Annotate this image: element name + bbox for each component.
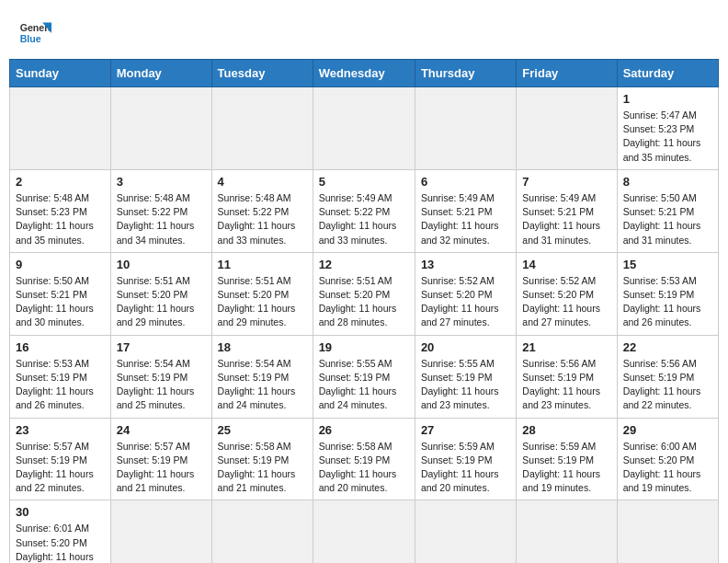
day-info: Sunrise: 5:52 AMSunset: 5:20 PMDaylight:…	[421, 274, 510, 330]
calendar-table: SundayMondayTuesdayWednesdayThursdayFrid…	[9, 59, 719, 563]
calendar-cell	[517, 500, 617, 563]
day-info: Sunrise: 5:49 AMSunset: 5:22 PMDaylight:…	[319, 191, 409, 247]
day-info: Sunrise: 5:48 AMSunset: 5:22 PMDaylight:…	[218, 191, 307, 247]
calendar-cell: 22Sunrise: 5:56 AMSunset: 5:19 PMDayligh…	[617, 335, 718, 418]
calendar-cell	[10, 87, 111, 170]
day-number: 12	[319, 258, 409, 271]
day-info: Sunrise: 5:54 AMSunset: 5:19 PMDaylight:…	[117, 357, 206, 413]
weekday-wednesday: Wednesday	[313, 60, 415, 87]
day-number: 7	[522, 175, 610, 189]
day-number: 1	[623, 92, 712, 106]
day-number: 14	[522, 258, 610, 271]
day-info: Sunrise: 5:51 AMSunset: 5:20 PMDaylight:…	[117, 274, 206, 330]
calendar-cell	[211, 87, 313, 170]
day-number: 22	[623, 340, 712, 354]
day-info: Sunrise: 5:55 AMSunset: 5:19 PMDaylight:…	[319, 357, 409, 413]
calendar-cell: 21Sunrise: 5:56 AMSunset: 5:19 PMDayligh…	[517, 335, 617, 418]
calendar-cell: 16Sunrise: 5:53 AMSunset: 5:19 PMDayligh…	[10, 335, 111, 418]
calendar-cell	[415, 87, 516, 170]
weekday-friday: Friday	[517, 60, 617, 87]
calendar-cell: 11Sunrise: 5:51 AMSunset: 5:20 PMDayligh…	[211, 252, 313, 335]
weekday-header-row: SundayMondayTuesdayWednesdayThursdayFrid…	[10, 60, 719, 87]
svg-text:Blue: Blue	[20, 33, 41, 44]
day-number: 19	[319, 340, 409, 354]
calendar-cell	[313, 87, 415, 170]
day-info: Sunrise: 5:51 AMSunset: 5:20 PMDaylight:…	[319, 274, 409, 330]
day-info: Sunrise: 5:50 AMSunset: 5:21 PMDaylight:…	[16, 274, 105, 330]
calendar-cell: 29Sunrise: 6:00 AMSunset: 5:20 PMDayligh…	[617, 418, 718, 500]
day-info: Sunrise: 5:51 AMSunset: 5:20 PMDaylight:…	[218, 274, 307, 330]
calendar-cell: 5Sunrise: 5:49 AMSunset: 5:22 PMDaylight…	[313, 169, 415, 252]
day-info: Sunrise: 5:54 AMSunset: 5:19 PMDaylight:…	[218, 357, 307, 413]
day-number: 23	[16, 423, 105, 437]
day-info: Sunrise: 5:49 AMSunset: 5:21 PMDaylight:…	[522, 191, 610, 247]
day-number: 6	[421, 175, 510, 189]
calendar-cell: 26Sunrise: 5:58 AMSunset: 5:19 PMDayligh…	[313, 418, 415, 500]
day-number: 16	[16, 340, 105, 354]
day-number: 13	[421, 258, 510, 271]
day-number: 3	[117, 175, 206, 189]
day-info: Sunrise: 5:50 AMSunset: 5:21 PMDaylight:…	[623, 191, 712, 247]
day-info: Sunrise: 5:52 AMSunset: 5:20 PMDaylight:…	[522, 274, 610, 330]
calendar-cell: 10Sunrise: 5:51 AMSunset: 5:20 PMDayligh…	[110, 252, 211, 335]
day-number: 29	[623, 423, 712, 437]
day-info: Sunrise: 5:57 AMSunset: 5:19 PMDaylight:…	[117, 440, 206, 496]
weekday-thursday: Thursday	[415, 60, 516, 87]
day-info: Sunrise: 5:56 AMSunset: 5:19 PMDaylight:…	[522, 357, 610, 413]
calendar-cell	[415, 500, 516, 563]
calendar-cell: 17Sunrise: 5:54 AMSunset: 5:19 PMDayligh…	[110, 335, 211, 418]
day-info: Sunrise: 6:01 AMSunset: 5:20 PMDaylight:…	[16, 522, 105, 563]
day-number: 9	[16, 258, 105, 271]
calendar-cell: 23Sunrise: 5:57 AMSunset: 5:19 PMDayligh…	[10, 418, 111, 500]
day-number: 18	[218, 340, 307, 354]
week-row-3: 9Sunrise: 5:50 AMSunset: 5:21 PMDaylight…	[10, 252, 719, 335]
day-number: 4	[218, 175, 307, 189]
calendar-cell	[617, 500, 718, 563]
day-info: Sunrise: 5:59 AMSunset: 5:19 PMDaylight:…	[421, 440, 510, 496]
weekday-saturday: Saturday	[617, 60, 718, 87]
day-info: Sunrise: 5:56 AMSunset: 5:19 PMDaylight:…	[623, 357, 712, 413]
calendar-cell: 7Sunrise: 5:49 AMSunset: 5:21 PMDaylight…	[517, 169, 617, 252]
weekday-monday: Monday	[110, 60, 211, 87]
day-number: 28	[522, 423, 610, 437]
day-number: 24	[117, 423, 206, 437]
calendar-cell	[313, 500, 415, 563]
weekday-tuesday: Tuesday	[211, 60, 313, 87]
day-info: Sunrise: 5:58 AMSunset: 5:19 PMDaylight:…	[218, 440, 307, 496]
week-row-2: 2Sunrise: 5:48 AMSunset: 5:23 PMDaylight…	[10, 169, 719, 252]
calendar-cell	[517, 87, 617, 170]
day-info: Sunrise: 5:53 AMSunset: 5:19 PMDaylight:…	[16, 357, 105, 413]
day-number: 11	[218, 258, 307, 271]
day-number: 17	[117, 340, 206, 354]
logo-icon: General Blue	[18, 17, 51, 50]
logo: General Blue	[18, 17, 51, 50]
calendar-cell: 15Sunrise: 5:53 AMSunset: 5:19 PMDayligh…	[617, 252, 718, 335]
day-info: Sunrise: 5:55 AMSunset: 5:19 PMDaylight:…	[421, 357, 510, 413]
day-info: Sunrise: 5:57 AMSunset: 5:19 PMDaylight:…	[16, 440, 105, 496]
calendar-cell	[211, 500, 313, 563]
day-number: 8	[623, 175, 712, 189]
calendar-cell: 14Sunrise: 5:52 AMSunset: 5:20 PMDayligh…	[517, 252, 617, 335]
day-number: 15	[623, 258, 712, 271]
calendar-cell: 28Sunrise: 5:59 AMSunset: 5:19 PMDayligh…	[517, 418, 617, 500]
day-number: 26	[319, 423, 409, 437]
calendar-cell: 27Sunrise: 5:59 AMSunset: 5:19 PMDayligh…	[415, 418, 516, 500]
day-info: Sunrise: 5:48 AMSunset: 5:23 PMDaylight:…	[16, 191, 105, 247]
day-info: Sunrise: 5:47 AMSunset: 5:23 PMDaylight:…	[623, 109, 712, 165]
week-row-4: 16Sunrise: 5:53 AMSunset: 5:19 PMDayligh…	[10, 335, 719, 418]
calendar-cell: 3Sunrise: 5:48 AMSunset: 5:22 PMDaylight…	[110, 169, 211, 252]
day-number: 21	[522, 340, 610, 354]
calendar-wrapper: SundayMondayTuesdayWednesdayThursdayFrid…	[0, 59, 728, 563]
calendar-cell: 12Sunrise: 5:51 AMSunset: 5:20 PMDayligh…	[313, 252, 415, 335]
day-number: 27	[421, 423, 510, 437]
calendar-cell: 25Sunrise: 5:58 AMSunset: 5:19 PMDayligh…	[211, 418, 313, 500]
calendar-cell: 2Sunrise: 5:48 AMSunset: 5:23 PMDaylight…	[10, 169, 111, 252]
day-number: 25	[218, 423, 307, 437]
week-row-1: 1Sunrise: 5:47 AMSunset: 5:23 PMDaylight…	[10, 87, 719, 170]
day-number: 30	[16, 505, 105, 519]
calendar-cell	[110, 500, 211, 563]
week-row-5: 23Sunrise: 5:57 AMSunset: 5:19 PMDayligh…	[10, 418, 719, 500]
day-info: Sunrise: 5:48 AMSunset: 5:22 PMDaylight:…	[117, 191, 206, 247]
calendar-cell: 6Sunrise: 5:49 AMSunset: 5:21 PMDaylight…	[415, 169, 516, 252]
page-header: General Blue	[0, 0, 728, 59]
